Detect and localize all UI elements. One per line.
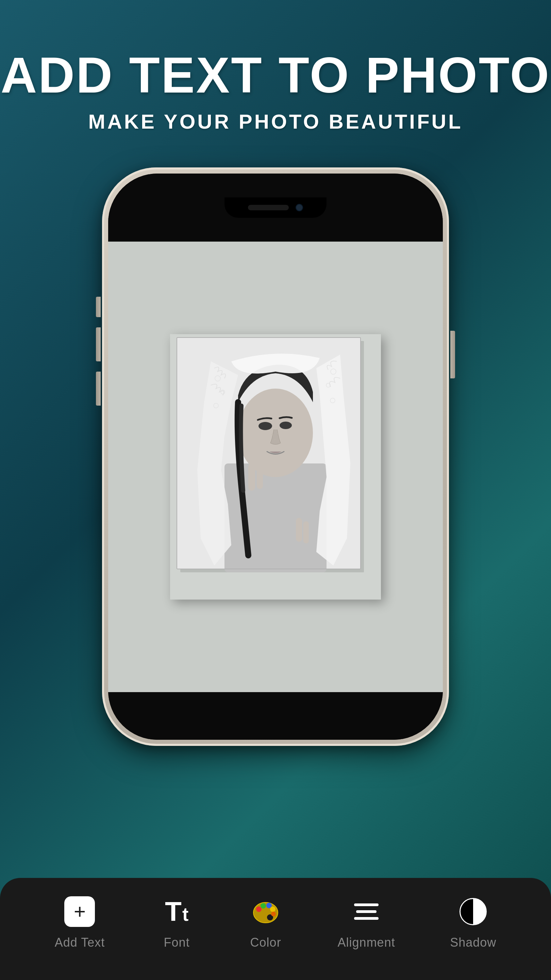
font-icon-container: T t bbox=[160, 894, 194, 929]
plus-icon: + bbox=[74, 901, 86, 922]
svg-point-13 bbox=[279, 422, 292, 429]
power-button bbox=[450, 331, 455, 379]
main-title: ADD TEXT TO PHOTO bbox=[1, 48, 551, 103]
toolbar-item-color[interactable]: Color bbox=[249, 894, 283, 950]
color-label: Color bbox=[250, 935, 281, 950]
svg-point-25 bbox=[256, 907, 262, 912]
speaker bbox=[248, 205, 289, 210]
alignment-icon bbox=[354, 904, 379, 920]
silent-button bbox=[96, 297, 101, 317]
font-t-large: T bbox=[165, 896, 182, 927]
font-label: Font bbox=[164, 935, 190, 950]
front-camera bbox=[295, 204, 303, 211]
svg-point-19 bbox=[278, 433, 279, 434]
svg-rect-14 bbox=[248, 463, 255, 491]
toolbar-item-alignment[interactable]: Alignment bbox=[338, 894, 395, 950]
phone-mockup bbox=[102, 167, 449, 746]
phone-side-buttons-left bbox=[96, 297, 101, 406]
svg-point-20 bbox=[274, 439, 275, 440]
align-line-2 bbox=[356, 910, 376, 913]
screen-top-bar bbox=[108, 173, 443, 242]
svg-rect-17 bbox=[303, 521, 309, 543]
portrait-photo bbox=[170, 334, 381, 600]
screen-photo-area bbox=[108, 242, 443, 692]
svg-point-28 bbox=[270, 907, 275, 912]
alignment-icon-container bbox=[349, 894, 383, 929]
align-line-3 bbox=[354, 917, 379, 920]
font-icon: T t bbox=[165, 896, 189, 927]
vol-down-button bbox=[96, 372, 101, 406]
palette-icon bbox=[250, 896, 281, 927]
toolbar-item-shadow[interactable]: Shadow bbox=[450, 894, 496, 950]
toolbar-item-add-text[interactable]: + Add Text bbox=[55, 894, 105, 950]
svg-point-26 bbox=[260, 903, 266, 908]
shadow-icon bbox=[459, 898, 487, 925]
add-text-box: + bbox=[64, 896, 95, 927]
subtitle: MAKE YOUR PHOTO BEAUTIFUL bbox=[1, 110, 551, 134]
align-line-1 bbox=[354, 904, 379, 906]
svg-point-29 bbox=[271, 912, 276, 916]
shadow-icon-container bbox=[456, 894, 490, 929]
phone-inner bbox=[108, 173, 443, 740]
svg-point-12 bbox=[259, 422, 272, 430]
font-t-small: t bbox=[182, 904, 189, 925]
color-icon-container bbox=[249, 894, 283, 929]
vol-up-button bbox=[96, 327, 101, 361]
alignment-label: Alignment bbox=[338, 935, 395, 950]
photo-display bbox=[170, 334, 381, 600]
screen-bottom-bar bbox=[108, 692, 443, 740]
add-text-label: Add Text bbox=[55, 935, 105, 950]
header-section: ADD TEXT TO PHOTO MAKE YOUR PHOTO BEAUTI… bbox=[1, 48, 551, 134]
svg-point-18 bbox=[271, 434, 273, 436]
phone-side-buttons-right bbox=[450, 331, 455, 379]
add-text-icon-container: + bbox=[63, 894, 97, 929]
toolbar-item-font[interactable]: T t Font bbox=[160, 894, 194, 950]
notch bbox=[224, 197, 327, 218]
bottom-toolbar: + Add Text T t Font bbox=[0, 878, 551, 980]
shadow-label: Shadow bbox=[450, 935, 496, 950]
phone-frame bbox=[102, 167, 449, 746]
svg-rect-15 bbox=[257, 460, 263, 489]
svg-rect-16 bbox=[296, 518, 302, 542]
phone-screen bbox=[108, 173, 443, 740]
